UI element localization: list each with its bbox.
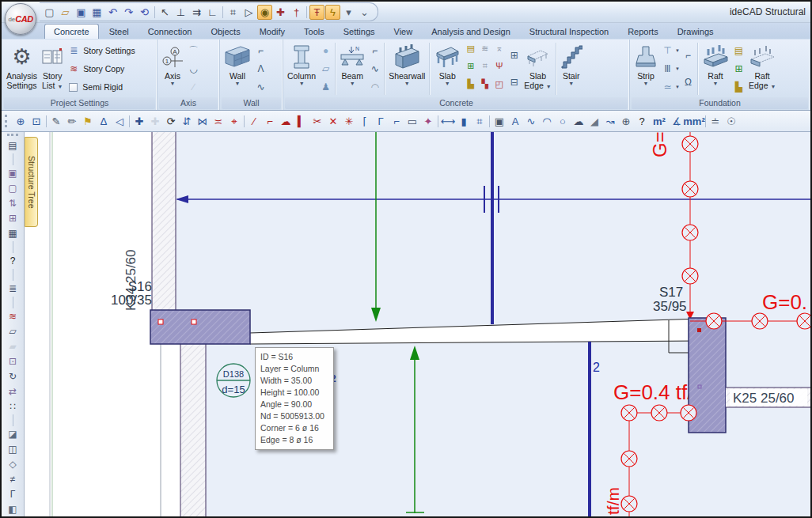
dropdown-arrow-icon[interactable]: ▼ [675, 84, 680, 90]
quick-analyze-icon[interactable]: ϟ [325, 5, 340, 20]
strip-bell-icon[interactable]: Ω [681, 76, 695, 89]
query-object-icon[interactable]: ? [634, 113, 650, 129]
strip-button[interactable]: Strip ▼ [632, 41, 659, 96]
node-move-mode-icon[interactable]: ↖ [157, 5, 173, 20]
story-settings-button[interactable]: ≣Story Settings [66, 43, 136, 59]
sidebar-grip[interactable] [7, 134, 18, 136]
analysis-settings-button[interactable]: ⚙ Analysis Settings [5, 41, 39, 96]
tab-objects[interactable]: Objects [202, 25, 249, 39]
single-footing-button[interactable]: ⊤▼ [661, 44, 680, 57]
ramp-tool-icon[interactable]: ◇ [5, 457, 21, 471]
polar-array-icon[interactable]: ∷ [5, 399, 21, 414]
cad-drawing[interactable]: 2 G= G=0.4 tf/ tf/m² 2 [36, 132, 810, 516]
grid-frame-icon[interactable]: ⌗ [472, 113, 488, 129]
save-icon[interactable]: ▣ [74, 5, 89, 20]
dropdown-arrow-icon[interactable]: ▼ [675, 66, 680, 72]
slab-region-icon[interactable]: ▙ [464, 78, 477, 90]
rotate-copy-icon[interactable]: ↻ [5, 369, 21, 384]
polygon-column-icon[interactable]: ▱ [319, 62, 332, 75]
chamfer-icon[interactable]: Γ [373, 113, 389, 129]
mirror-vertical-icon[interactable]: ⇵ [179, 113, 195, 129]
qat-more-icon[interactable]: ⌄ [357, 5, 372, 20]
column-s16[interactable] [150, 310, 250, 344]
copy-objects-icon[interactable]: ▣ [5, 166, 21, 180]
strip-corner-icon[interactable]: ⌐ [681, 49, 695, 62]
spline-icon[interactable]: ∿ [523, 113, 539, 129]
zoom-dynamic-icon[interactable]: ⊕ [13, 113, 28, 129]
circular-column-icon[interactable]: ● [319, 44, 332, 57]
edit-measure-icon[interactable]: ✎ [48, 113, 64, 129]
raft-region-icon[interactable]: ▙ [732, 81, 746, 93]
stretch-icon[interactable]: ≍ [211, 113, 226, 129]
align-objects-icon[interactable]: ⊞ [5, 211, 21, 225]
application-menu-button[interactable]: deCAD [5, 3, 36, 35]
raft-ribbed-icon[interactable]: ▤ [732, 44, 746, 57]
pile-foundation-icon[interactable]: Ⅲ [661, 62, 674, 75]
area-units-icon[interactable]: mm² [685, 113, 704, 129]
copy-icon[interactable]: ▱ [5, 324, 21, 338]
tab-structural-inspection[interactable]: Structural Inspection [521, 25, 617, 39]
pick-object-icon[interactable]: ✏ [64, 113, 80, 129]
text-icon[interactable]: A [507, 113, 523, 129]
corner-wall-icon[interactable]: ⌐ [254, 44, 268, 57]
swap-copy-icon[interactable]: ⇄ [5, 384, 21, 399]
slab-button[interactable]: Slab ▼ [432, 41, 462, 96]
drop-panel-icon[interactable]: Ψ [492, 60, 506, 73]
raft-span-icon[interactable]: ⊞ [732, 62, 746, 75]
rotate-icon[interactable]: ⟳ [163, 113, 179, 129]
section-view-icon[interactable]: ▮ [456, 113, 472, 129]
stair-button[interactable]: Stair ▼ [559, 41, 584, 96]
wall-edit-icon[interactable]: ◪ [5, 427, 21, 441]
area-query-icon[interactable]: m² [650, 113, 669, 129]
split-line-icon[interactable]: ≠ [5, 472, 21, 486]
report-icon[interactable]: ≣ [5, 282, 21, 296]
snap-point-icon[interactable]: ✚ [273, 5, 288, 20]
snap-corner-icon[interactable]: ∟ [205, 5, 220, 20]
ramp-icon[interactable]: ◢ [586, 113, 602, 129]
snap-perpendicular-icon[interactable]: † [289, 5, 304, 20]
tab-settings[interactable]: Settings [335, 25, 384, 39]
tab-view[interactable]: View [385, 25, 422, 39]
drop-panel-bubble[interactable]: D138 d=15 [217, 364, 250, 397]
toolbar-grip[interactable] [5, 115, 9, 127]
corner-pin-icon[interactable]: Γ [5, 487, 21, 501]
properties-editor-icon[interactable]: ▤ [5, 138, 21, 153]
note-label-icon[interactable]: ⚑ [80, 113, 96, 129]
wall-lower[interactable] [180, 344, 206, 516]
curved-wall-icon[interactable]: ∿ [254, 81, 268, 93]
section-box-icon[interactable]: ◫ [5, 442, 21, 456]
combined-footing-button[interactable]: ≃▼ [661, 81, 680, 93]
tab-drawings[interactable]: Drawings [669, 25, 723, 39]
move-node-icon[interactable]: ⌖ [226, 113, 242, 129]
raft-edge-button[interactable]: Raft Edge ▼ [747, 41, 777, 96]
measure-polyline-icon[interactable]: ↝ [602, 113, 618, 129]
combined-footing-icon[interactable]: ≃ [661, 81, 674, 93]
structure-tree-tab[interactable]: Structure Tree [25, 137, 38, 227]
tab-concrete[interactable]: Concrete [44, 24, 99, 39]
arc-icon[interactable]: ◠ [539, 113, 555, 129]
polyline-wall-icon[interactable]: Λ [254, 62, 268, 75]
story-copy-button[interactable]: ≋Story Copy [66, 61, 136, 77]
tab-reports[interactable]: Reports [619, 25, 667, 39]
beam-k25[interactable]: K25 25/60 [726, 388, 810, 407]
delete-object-icon[interactable]: ✕ [325, 113, 341, 129]
snap-ortho-icon[interactable]: ⊥ [173, 5, 188, 20]
offset-copy-icon[interactable]: ▢ [5, 181, 21, 195]
tab-tools[interactable]: Tools [295, 25, 333, 39]
break-at-point-icon[interactable]: ✳ [341, 113, 357, 129]
zoom-window-icon[interactable]: ⊡ [28, 113, 44, 129]
view-orbit-icon[interactable]: ◁ [112, 113, 127, 129]
arc-axis-3pt-icon[interactable]: ◡ [187, 62, 200, 75]
axis-button[interactable]: 1A Axis ▼ [160, 41, 185, 96]
redo-icon[interactable]: ↷ [121, 5, 136, 20]
snap-grid-icon[interactable]: ⌗ [226, 5, 241, 20]
slab-section-icon[interactable]: ▚ [478, 78, 491, 90]
circle-icon[interactable]: ○ [555, 113, 571, 129]
pile-foundation-button[interactable]: Ⅲ▼ [661, 62, 680, 75]
semi-rigid-checkbox[interactable] [69, 83, 78, 92]
raft-button[interactable]: Raft ▼ [700, 41, 730, 96]
cad-canvas[interactable]: 2 G= G=0.4 tf/ tf/m² 2 [36, 132, 810, 516]
ortho-mode-icon[interactable]: Ŧ [309, 5, 324, 20]
insert-image-icon[interactable]: ▣ [491, 113, 507, 129]
divide-icon[interactable]: ✂ [309, 113, 325, 129]
